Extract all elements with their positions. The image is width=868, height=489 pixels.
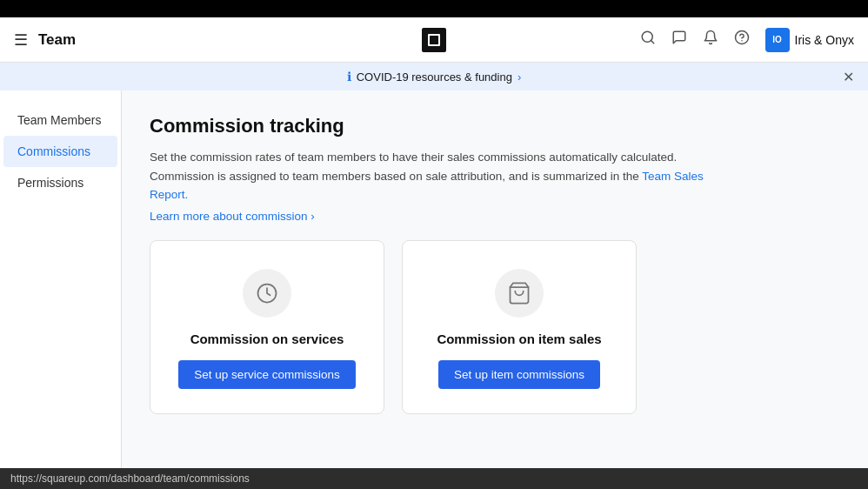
learn-more-link[interactable]: Learn more about commission › — [150, 210, 840, 223]
avatar: IO — [765, 28, 790, 52]
header: ☰ Team IO Iris & O — [0, 17, 868, 63]
app-title: Team — [38, 31, 76, 49]
bell-icon[interactable] — [703, 30, 718, 50]
chat-icon[interactable] — [671, 30, 687, 50]
sidebar-item-permissions[interactable]: Permissions — [3, 167, 117, 198]
main-content: Commission tracking Set the commission r… — [122, 90, 868, 468]
user-badge[interactable]: IO Iris & Onyx — [765, 28, 854, 52]
user-name: Iris & Onyx — [795, 33, 854, 47]
header-left: ☰ Team — [14, 30, 434, 50]
items-card-title: Commission on item sales — [437, 332, 601, 346]
services-icon-circle — [243, 269, 291, 318]
services-card: Commission on services Set up service co… — [150, 240, 384, 414]
header-right: IO Iris & Onyx — [434, 28, 854, 52]
setup-item-commissions-button[interactable]: Set up item commissions — [438, 360, 600, 389]
status-url: https://squareup.com/dashboard/team/comm… — [10, 472, 250, 485]
square-logo-icon — [422, 28, 446, 52]
cards-container: Commission on services Set up service co… — [150, 240, 840, 414]
banner-info-icon: ℹ — [347, 70, 351, 84]
services-card-title: Commission on services — [190, 332, 344, 346]
sidebar-item-team-members[interactable]: Team Members — [3, 104, 117, 136]
page-title: Commission tracking — [150, 115, 840, 137]
banner-link[interactable]: › — [517, 70, 521, 84]
sidebar: Team Members Commissions Permissions — [0, 90, 122, 468]
hamburger-icon[interactable]: ☰ — [14, 30, 28, 50]
shopping-bag-icon — [507, 281, 531, 305]
banner-text: COVID-19 resources & funding — [357, 70, 512, 84]
svg-line-1 — [651, 40, 653, 43]
main-layout: Team Members Commissions Permissions Com… — [0, 90, 868, 468]
description-text: Set the commission rates of team members… — [150, 151, 677, 183]
search-icon[interactable] — [640, 30, 656, 50]
header-logo — [422, 28, 446, 52]
items-card: Commission on item sales Set up item com… — [402, 240, 637, 414]
status-bar: https://squareup.com/dashboard/team/comm… — [0, 468, 868, 489]
clock-icon — [255, 281, 279, 305]
square-logo-inner — [428, 34, 440, 46]
sidebar-item-commissions[interactable]: Commissions — [3, 136, 117, 167]
items-icon-circle — [495, 269, 544, 318]
page-description: Set the commission rates of team members… — [150, 148, 741, 204]
banner-close-icon[interactable]: ✕ — [843, 69, 854, 85]
help-icon[interactable] — [734, 30, 750, 50]
top-bar — [0, 0, 868, 17]
covid-banner: ℹ COVID-19 resources & funding › ✕ — [0, 63, 868, 90]
setup-service-commissions-button[interactable]: Set up service commissions — [178, 360, 355, 389]
